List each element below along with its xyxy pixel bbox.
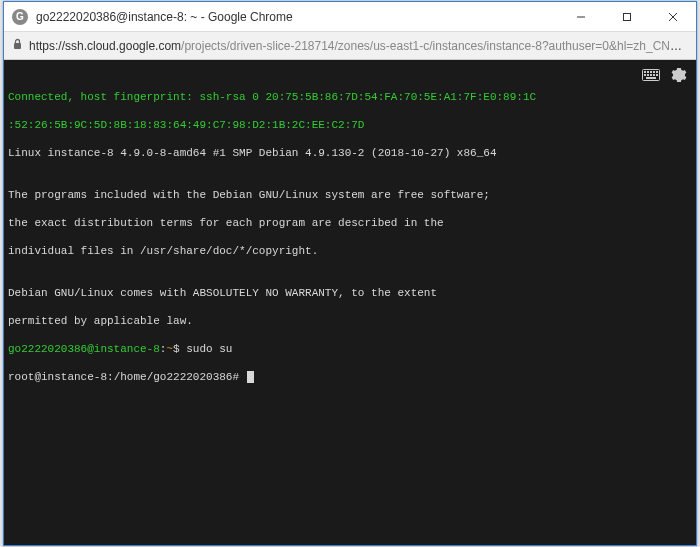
terminal-prompt-line: go2222020386@instance-8:~$ sudo su [8, 342, 692, 356]
prompt-path: /home/go2222020386 [114, 371, 233, 383]
command-text: sudo su [186, 343, 232, 355]
keyboard-icon[interactable] [642, 66, 660, 84]
prompt-end: $ [173, 343, 186, 355]
window-title: go2222020386@instance-8: ~ - Google Chro… [36, 10, 558, 24]
svg-rect-10 [656, 71, 658, 73]
svg-rect-15 [656, 74, 658, 76]
prompt-user: root@instance-8: [8, 371, 114, 383]
terminal-line: individual files in /usr/share/doc/*/cop… [8, 244, 692, 258]
terminal[interactable]: Connected, host fingerprint: ssh-rsa 0 2… [4, 60, 696, 545]
url-host: https://ssh.cloud.google.com [29, 39, 181, 53]
svg-rect-12 [647, 74, 649, 76]
svg-rect-11 [644, 74, 646, 76]
terminal-toolbar [642, 66, 688, 84]
svg-rect-6 [644, 71, 646, 73]
svg-rect-1 [624, 14, 631, 21]
svg-rect-4 [14, 43, 21, 49]
titlebar[interactable]: G go2222020386@instance-8: ~ - Google Ch… [4, 2, 696, 32]
terminal-line: permitted by applicable law. [8, 314, 692, 328]
window-controls [558, 2, 696, 31]
terminal-line: :52:26:5B:9C:5D:8B:18:83:64:49:C7:98:D2:… [8, 118, 692, 132]
minimize-button[interactable] [558, 2, 604, 32]
close-button[interactable] [650, 2, 696, 32]
terminal-line: the exact distribution terms for each pr… [8, 216, 692, 230]
svg-rect-14 [653, 74, 655, 76]
chrome-window: G go2222020386@instance-8: ~ - Google Ch… [3, 1, 697, 546]
address-bar[interactable]: https://ssh.cloud.google.com/projects/dr… [4, 32, 696, 60]
maximize-button[interactable] [604, 2, 650, 32]
terminal-prompt-line: root@instance-8:/home/go2222020386# [8, 370, 692, 384]
terminal-line: Connected, host fingerprint: ssh-rsa 0 2… [8, 90, 692, 104]
terminal-line: Linux instance-8 4.9.0-8-amd64 #1 SMP De… [8, 146, 692, 160]
favicon-icon: G [12, 9, 28, 25]
cursor-icon [247, 371, 254, 383]
svg-rect-9 [653, 71, 655, 73]
svg-rect-8 [650, 71, 652, 73]
terminal-line: The programs included with the Debian GN… [8, 188, 692, 202]
terminal-line: Debian GNU/Linux comes with ABSOLUTELY N… [8, 286, 692, 300]
prompt-end: # [232, 371, 245, 383]
svg-rect-7 [647, 71, 649, 73]
url-text[interactable]: https://ssh.cloud.google.com/projects/dr… [29, 39, 688, 53]
gear-icon[interactable] [670, 66, 688, 84]
svg-rect-13 [650, 74, 652, 76]
lock-icon [12, 38, 23, 53]
svg-rect-16 [646, 77, 656, 79]
url-path: /projects/driven-slice-218714/zones/us-e… [181, 39, 688, 53]
prompt-user: go2222020386@instance-8 [8, 343, 160, 355]
